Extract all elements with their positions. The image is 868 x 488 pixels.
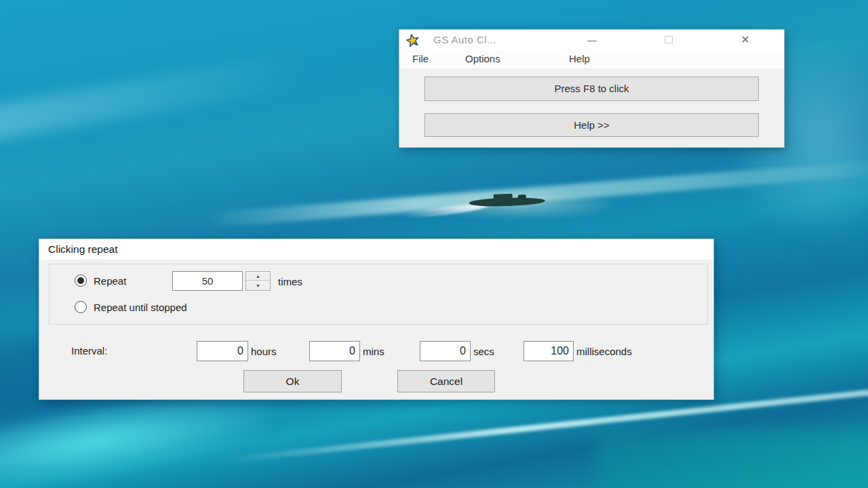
dialog-titlebar[interactable]: Clicking repeat bbox=[39, 239, 713, 260]
interval-label: Interval: bbox=[71, 345, 107, 357]
mins-input[interactable]: 0 bbox=[309, 341, 360, 361]
repeat-options-groupbox bbox=[49, 264, 708, 325]
gs-titlebar[interactable]: GS Auto Cl... — ✕ bbox=[399, 30, 784, 50]
window-title: GS Auto Cl... bbox=[433, 30, 496, 50]
clicking-repeat-dialog: Clicking repeat Repeat 50 ▲ ▼ times Repe… bbox=[39, 239, 714, 400]
repeat-until-stopped-label[interactable]: Repeat until stopped bbox=[94, 302, 187, 313]
cancel-button[interactable]: Cancel bbox=[397, 370, 495, 392]
hours-input[interactable]: 0 bbox=[197, 341, 248, 361]
milliseconds-input[interactable]: 100 bbox=[524, 341, 574, 361]
minimize-button[interactable]: — bbox=[581, 30, 603, 50]
maximize-icon bbox=[665, 36, 673, 43]
gs-auto-clicker-window: GS Auto Cl... — ✕ File Options Help Pres… bbox=[399, 29, 785, 148]
menu-item-options[interactable]: Options bbox=[465, 50, 500, 68]
times-label: times bbox=[278, 276, 302, 287]
dialog-title: Clicking repeat bbox=[48, 239, 118, 260]
menu-item-file[interactable]: File bbox=[412, 50, 429, 68]
hours-unit-label: hours bbox=[251, 346, 277, 357]
repeat-count-input[interactable]: 50 bbox=[172, 271, 243, 291]
repeat-radio[interactable] bbox=[75, 274, 87, 287]
menu-bar: File Options Help bbox=[399, 50, 784, 68]
spinner-up-button[interactable]: ▲ bbox=[246, 272, 270, 281]
repeat-until-stopped-radio[interactable] bbox=[75, 301, 87, 313]
repeat-count-spinner: ▲ ▼ bbox=[245, 271, 271, 291]
desktop-wallpaper: GS Auto Cl... — ✕ File Options Help Pres… bbox=[0, 0, 868, 488]
press-f8-button[interactable]: Press F8 to click bbox=[425, 77, 759, 101]
spinner-down-button[interactable]: ▼ bbox=[246, 281, 270, 290]
repeat-radio-label[interactable]: Repeat bbox=[94, 275, 126, 287]
secs-unit-label: secs bbox=[473, 346, 494, 357]
boat bbox=[469, 197, 545, 207]
help-expand-button[interactable]: Help >> bbox=[425, 113, 759, 137]
ok-button[interactable]: Ok bbox=[243, 370, 342, 392]
menu-item-help[interactable]: Help bbox=[569, 50, 590, 68]
mins-unit-label: mins bbox=[363, 346, 384, 357]
ocean-teal-patch bbox=[597, 430, 868, 488]
close-button[interactable]: ✕ bbox=[734, 30, 756, 50]
ocean-sand-ribbon bbox=[204, 159, 868, 228]
star-app-icon bbox=[406, 33, 420, 47]
maximize-button[interactable] bbox=[658, 30, 679, 50]
milliseconds-unit-label: milliseconds bbox=[576, 346, 632, 357]
secs-input[interactable]: 0 bbox=[420, 341, 471, 361]
ocean-light-wisp bbox=[0, 50, 312, 148]
